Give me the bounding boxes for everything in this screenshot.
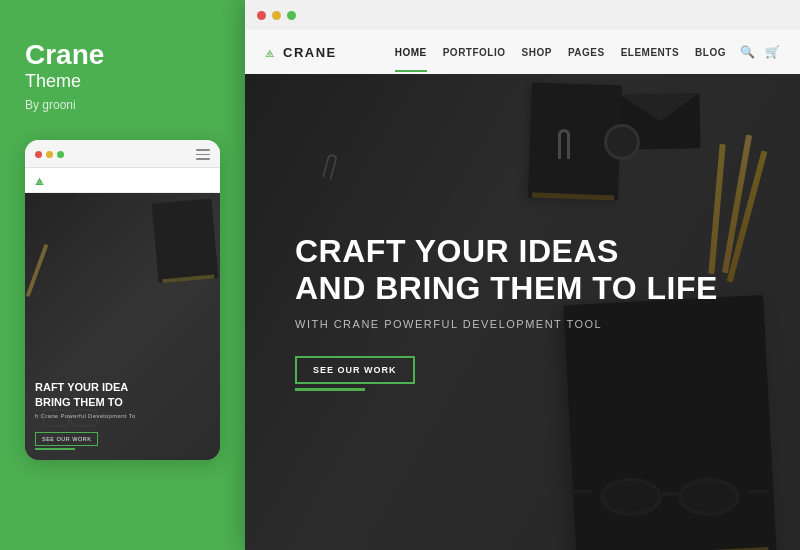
search-icon[interactable]: 🔍: [740, 45, 755, 59]
mobile-dot-green: [57, 151, 64, 158]
desktop-cta-underline: [295, 388, 365, 391]
mobile-cta-button[interactable]: SEE OUR WORK: [35, 432, 98, 446]
theme-author: By grooni: [25, 98, 220, 112]
desktop-browser-bar: [245, 0, 800, 30]
desktop-hero-title: CRAFT YOUR IDEAS AND BRING THEM TO LIFE: [295, 233, 718, 307]
mobile-menu-icon: [196, 149, 210, 160]
cart-icon[interactable]: 🛒: [765, 45, 780, 59]
mobile-browser-bar: [25, 140, 220, 168]
desktop-cta-button[interactable]: SEE OUR WORK: [295, 356, 415, 384]
nav-blog[interactable]: BLOG: [695, 47, 726, 58]
desktop-logo-text: CRANE: [283, 45, 337, 60]
mobile-hero: RAFT YOUR IDEA BRING THEM TO h Crane Pow…: [25, 193, 220, 460]
desktop-hero-content: CRAFT YOUR IDEAS AND BRING THEM TO LIFE …: [245, 233, 718, 392]
menu-line: [196, 149, 210, 151]
desktop-dot-yellow: [272, 11, 281, 20]
mobile-cta-underline: [35, 448, 75, 450]
menu-line: [196, 158, 210, 160]
theme-title: Crane: [25, 40, 220, 71]
desktop-nav-links: HOME PORTFOLIO SHOP PAGES ELEMENTS BLOG: [395, 47, 726, 58]
mobile-logo-icon: ⟁: [35, 172, 43, 188]
mobile-hero-sub: h Crane Powerful Development To: [35, 413, 210, 419]
mobile-mockup: ⟁ RAFT YOUR IDEA BRING THEM TO h Crane P…: [25, 140, 220, 460]
desktop-logo-area: ⟁ CRANE: [265, 43, 337, 61]
sidebar: Crane Theme By grooni ⟁: [0, 0, 245, 550]
theme-subtitle: Theme: [25, 71, 220, 92]
mobile-nav: ⟁: [25, 168, 220, 193]
mobile-hero-title: RAFT YOUR IDEA BRING THEM TO: [35, 380, 210, 409]
nav-portfolio[interactable]: PORTFOLIO: [443, 47, 506, 58]
desktop-dot-green: [287, 11, 296, 20]
mobile-dot-red: [35, 151, 42, 158]
mobile-dot-yellow: [46, 151, 53, 158]
desktop-hero: CRAFT YOUR IDEAS AND BRING THEM TO LIFE …: [245, 74, 800, 550]
desktop-nav: ⟁ CRANE HOME PORTFOLIO SHOP PAGES ELEMEN…: [245, 30, 800, 74]
desktop-dot-red: [257, 11, 266, 20]
nav-shop[interactable]: SHOP: [522, 47, 552, 58]
desktop-hero-sub: With Crane Powerful Development Tool: [295, 318, 718, 330]
desktop-logo-icon: ⟁: [265, 43, 275, 61]
desktop-mockup: ⟁ CRANE HOME PORTFOLIO SHOP PAGES ELEMEN…: [245, 0, 800, 550]
nav-home[interactable]: HOME: [395, 47, 427, 58]
nav-pages[interactable]: PAGES: [568, 47, 605, 58]
menu-line: [196, 154, 210, 156]
desktop-nav-icons: 🔍 🛒: [740, 45, 780, 59]
mobile-window-dots: [35, 151, 64, 158]
nav-elements[interactable]: ELEMENTS: [621, 47, 679, 58]
mobile-hero-content: RAFT YOUR IDEA BRING THEM TO h Crane Pow…: [35, 380, 210, 450]
